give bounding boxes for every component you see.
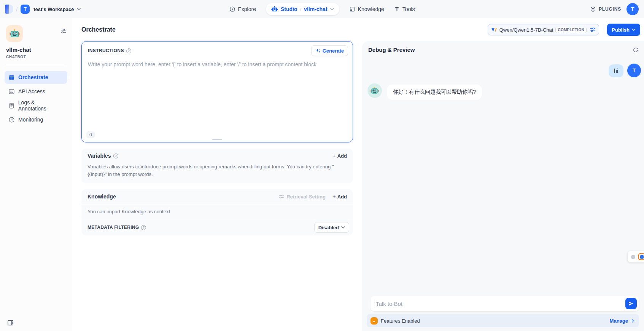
app-name: vllm-chat — [6, 46, 67, 53]
terminal-icon — [8, 88, 15, 95]
send-icon — [628, 301, 634, 306]
cube-icon — [590, 6, 596, 12]
instructions-panel: INSTRUCTIONS Generate 0 — [81, 41, 353, 142]
nav-studio-active[interactable]: Studio / vllm-chat — [266, 3, 339, 15]
manage-features-button[interactable]: Manage — [610, 318, 634, 324]
model-selector[interactable]: Qwen/Qwen1.5-7B-Chat COMPLETION — [488, 24, 599, 35]
workspace-avatar[interactable]: T — [21, 5, 30, 14]
divider — [5, 65, 67, 65]
features-label: Features Enabled — [381, 318, 420, 324]
sidebar-item-label: Orchestrate — [18, 74, 48, 80]
workspace-selector[interactable]: / T test's Workspace — [5, 5, 81, 14]
content-header: Orchestrate Qwen/Qwen1.5-7B-Chat COMPLET… — [72, 18, 644, 41]
arrow-right-icon — [630, 318, 634, 323]
knowledge-description: You can import Knowledge as context — [81, 204, 353, 219]
nav-studio-app-name: vllm-chat — [304, 6, 327, 12]
help-icon[interactable] — [113, 154, 118, 158]
metadata-filtering-value: Disabled — [318, 225, 339, 230]
orchestrate-config-panel: INSTRUCTIONS Generate 0 — [72, 41, 362, 331]
assistant-message-bubble: 你好！有什么问题我可以帮助你吗? — [387, 85, 482, 100]
sidebar-item-label: API Access — [18, 88, 45, 94]
app-type-badge: CHATBOT — [6, 55, 67, 59]
nav-tools-label: Tools — [402, 6, 415, 12]
workspace-name[interactable]: test's Workspace — [33, 6, 74, 12]
user-avatar[interactable]: T — [627, 3, 639, 15]
sidebar-item-api-access[interactable]: API Access — [5, 85, 67, 98]
nav-tools[interactable]: Tools — [394, 6, 415, 12]
chat-footer: “ Features Enabled Manage — [362, 296, 644, 331]
plugins-label: PLUGINS — [599, 6, 621, 12]
debug-preview-title: Debug & Preview — [368, 46, 415, 53]
plugins-button[interactable]: PLUGINS — [590, 6, 621, 12]
variables-panel: Variables + Add Variables allow users to… — [81, 149, 353, 183]
bot-chat-avatar — [367, 83, 382, 98]
text-caret — [375, 300, 375, 307]
sidebar-menu: Orchestrate API Access Logs & Annotation… — [5, 71, 67, 126]
add-variable-button[interactable]: + Add — [332, 153, 347, 159]
instructions-title: INSTRUCTIONS — [88, 48, 124, 53]
add-label: Add — [337, 194, 347, 200]
publish-button[interactable]: Publish — [607, 24, 640, 36]
vllm-logo-icon — [491, 27, 497, 33]
chat-input[interactable] — [375, 301, 625, 307]
nav-explore[interactable]: Explore — [229, 6, 256, 12]
sliders-icon — [279, 194, 284, 199]
collapse-sidebar-button[interactable] — [7, 319, 14, 326]
plus-icon: + — [332, 153, 336, 158]
nav-knowledge[interactable]: Knowledge — [349, 6, 384, 12]
nav-explore-label: Explore — [238, 6, 256, 12]
chevron-down-icon — [341, 226, 345, 229]
extension-icon[interactable] — [638, 253, 644, 260]
variables-title: Variables — [87, 153, 111, 159]
sidebar-item-label: Monitoring — [18, 117, 43, 123]
robot-emoji-icon — [370, 86, 379, 95]
gauge-icon — [8, 117, 15, 123]
divider — [603, 27, 603, 33]
nav-right: PLUGINS T — [590, 3, 639, 15]
nav-studio-label: Studio — [281, 6, 297, 12]
metadata-filtering-dropdown[interactable]: Disabled — [314, 222, 349, 233]
model-parameters-button[interactable] — [590, 27, 596, 33]
knowledge-panel: Knowledge Retrieval Setting + Add You ca… — [81, 189, 353, 235]
sidebar-item-label: Logs & Annotations — [18, 99, 64, 112]
chat-input-container — [370, 296, 639, 311]
generate-label: Generate — [323, 48, 344, 54]
floating-extension-widget[interactable] — [628, 251, 644, 262]
char-counter: 0 — [86, 131, 95, 138]
chevron-down-icon[interactable] — [330, 8, 334, 10]
help-icon[interactable] — [141, 225, 146, 230]
retrieval-setting-button[interactable]: Retrieval Setting — [279, 194, 326, 200]
compass-icon — [229, 6, 235, 12]
app-settings-button[interactable] — [60, 28, 67, 34]
generate-button[interactable]: Generate — [311, 45, 348, 56]
publish-label: Publish — [612, 27, 630, 33]
debug-preview-panel: Debug & Preview hi T — [362, 41, 644, 331]
app-root: / T test's Workspace Explore Studio / vl… — [0, 0, 644, 331]
robot-emoji-icon — [10, 29, 20, 39]
user-chat-avatar: T — [627, 64, 641, 77]
sidebar-item-logs-annotations[interactable]: Logs & Annotations — [5, 99, 67, 112]
retrieval-setting-label: Retrieval Setting — [286, 194, 326, 200]
model-name: Qwen/Qwen1.5-7B-Chat — [499, 27, 553, 33]
collapse-sidebar-icon — [7, 319, 14, 326]
features-bar: “ Features Enabled Manage — [367, 314, 639, 327]
sliders-icon — [590, 27, 596, 33]
logs-icon — [8, 102, 15, 109]
restart-conversation-button[interactable] — [633, 47, 639, 53]
sliders-icon — [60, 28, 67, 34]
app-sidebar: vllm-chat CHATBOT Orchestrate API Access… — [0, 18, 72, 331]
status-dot — [631, 255, 635, 259]
prompt-editor[interactable] — [82, 58, 353, 142]
help-icon[interactable] — [126, 48, 131, 53]
sidebar-item-orchestrate[interactable]: Orchestrate — [5, 71, 67, 84]
chevron-down-icon — [77, 8, 81, 10]
breadcrumb-separator: / — [300, 6, 301, 12]
sidebar-item-monitoring[interactable]: Monitoring — [5, 113, 67, 126]
nav-knowledge-label: Knowledge — [358, 6, 384, 12]
resize-handle[interactable] — [212, 139, 222, 141]
send-button[interactable] — [625, 298, 637, 309]
breadcrumb-separator: / — [16, 6, 17, 13]
add-label: Add — [337, 153, 347, 159]
dify-logo[interactable] — [5, 5, 13, 14]
add-knowledge-button[interactable]: + Add — [332, 194, 347, 200]
